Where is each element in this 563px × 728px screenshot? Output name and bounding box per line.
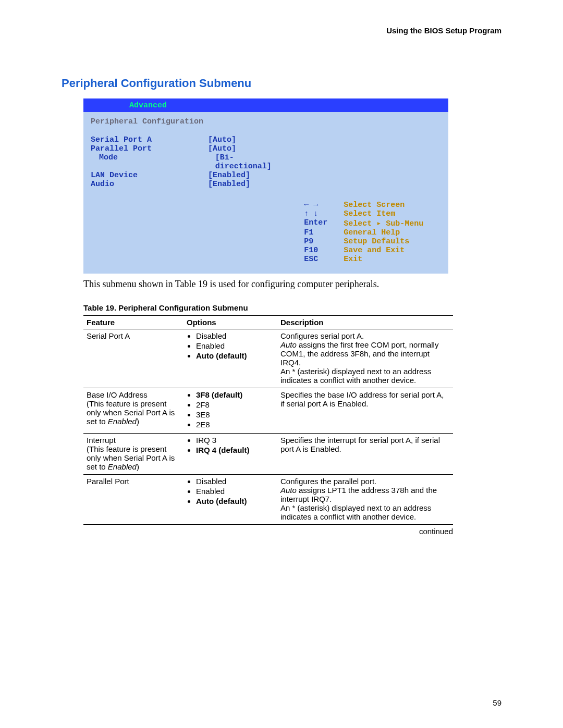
options-cell: Disabled Enabled Auto (default) [183,475,277,525]
desc-line: Auto assigns the first free COM port, no… [280,340,450,367]
options-cell: Disabled Enabled Auto (default) [183,329,277,388]
bios-help-text: General Help [344,228,400,237]
bios-help-key: ← → [304,201,344,209]
feature-cell: Base I/O Address (This feature is presen… [83,388,183,434]
option-item: Enabled [196,341,274,350]
bios-panel: Advanced Peripheral Configuration Serial… [83,98,448,274]
section-title: Peripheral Configuration Submenu [62,77,501,90]
feature-line: Interrupt [87,436,180,445]
bios-help-key: P9 [304,237,344,246]
description-cell: Configures serial port A. Auto assigns t… [277,329,453,388]
bios-item: Parallel Port [Auto] [91,144,289,153]
bios-item: Audio [Enabled] [91,180,289,189]
bios-item: Mode [Bi-directional] [91,153,289,171]
option-item: Auto (default) [196,351,274,360]
option-item: 2F8 [196,400,274,409]
bios-tab-advanced: Advanced [125,101,171,110]
page-number: 59 [493,698,501,707]
bios-help-key: F1 [304,228,344,237]
feature-line: (This feature is present only when Seria… [87,399,180,426]
option-item: 3E8 [196,410,274,419]
bios-item-label: Mode [91,153,215,171]
bios-tab-bar: Advanced [83,98,448,112]
options-cell: IRQ 3 IRQ 4 (default) [183,434,277,475]
bios-help-key: ↑ ↓ [304,209,344,218]
desc-line: Configures the parallel port. [280,477,450,486]
bios-help-key: F10 [304,246,344,255]
option-item: IRQ 4 (default) [196,446,274,454]
bios-right-pane: ← →Select Screen ↑ ↓Select Item EnterSel… [297,112,448,274]
option-item: Disabled [196,331,274,340]
feature-line: Base I/O Address [87,390,180,399]
bios-item-label: Serial Port A [91,135,208,144]
bios-subtitle: Peripheral Configuration [91,117,289,126]
bios-item: Serial Port A [Auto] [91,135,289,144]
feature-table: Feature Options Description Serial Port … [83,315,453,525]
desc-line: Auto assigns LPT1 the address 378h and t… [280,486,450,503]
bios-help-key: ESC [304,255,344,264]
feature-cell: Parallel Port [83,475,183,525]
option-item: IRQ 3 [196,436,274,445]
description-cell: Configures the parallel port. Auto assig… [277,475,453,525]
feature-line: (This feature is present only when Seria… [87,445,180,471]
caption-paragraph: This submenu shown in Table 19 is used f… [83,279,501,290]
bios-help-text: Select Screen [344,201,405,209]
table-row: Parallel Port Disabled Enabled Auto (def… [83,475,453,525]
bios-help-text: Select ▸ Sub-Menu [344,218,423,228]
bios-item-value: [Auto] [208,135,236,144]
bios-help-text: Exit [344,255,362,264]
table-row: Base I/O Address (This feature is presen… [83,388,453,434]
option-item: 3F8 (default) [196,390,274,399]
bios-item: LAN Device [Enabled] [91,171,289,180]
col-options: Options [183,316,277,329]
running-header: Using the BIOS Setup Program [62,26,501,35]
col-description: Description [277,316,453,329]
bios-help-text: Select Item [344,209,395,218]
table-title: Table 19. Peripheral Configuration Subme… [83,303,501,312]
description-cell: Specifies the interrupt for serial port … [277,434,453,475]
bios-help-text: Setup Defaults [344,237,409,246]
option-item: Enabled [196,487,274,496]
continued-label: continued [62,527,453,536]
desc-line: Configures serial port A. [280,331,450,340]
desc-line: An * (asterisk) displayed next to an add… [280,503,450,521]
bios-left-pane: Peripheral Configuration Serial Port A [… [83,112,297,274]
feature-cell: Serial Port A [83,329,183,388]
bios-help-key: Enter [304,218,344,228]
bios-help: ← →Select Screen ↑ ↓Select Item EnterSel… [304,201,441,264]
bios-item-value: [Enabled] [208,171,250,180]
bios-item-value: [Auto] [208,144,236,153]
feature-cell: Interrupt (This feature is present only … [83,434,183,475]
bios-item-label: Parallel Port [91,144,208,153]
option-item: Disabled [196,477,274,486]
bios-item-label: Audio [91,180,208,189]
desc-line: An * (asterisk) displayed next to an add… [280,367,450,385]
col-feature: Feature [83,316,183,329]
description-cell: Specifies the base I/O address for seria… [277,388,453,434]
option-item: Auto (default) [196,497,274,505]
bios-item-label: LAN Device [91,171,208,180]
table-row: Serial Port A Disabled Enabled Auto (def… [83,329,453,388]
table-row: Interrupt (This feature is present only … [83,434,453,475]
option-item: 2E8 [196,420,274,429]
bios-help-text: Save and Exit [344,246,405,255]
bios-item-value: [Enabled] [208,180,250,189]
options-cell: 3F8 (default) 2F8 3E8 2E8 [183,388,277,434]
bios-item-value: [Bi-directional] [215,153,290,171]
